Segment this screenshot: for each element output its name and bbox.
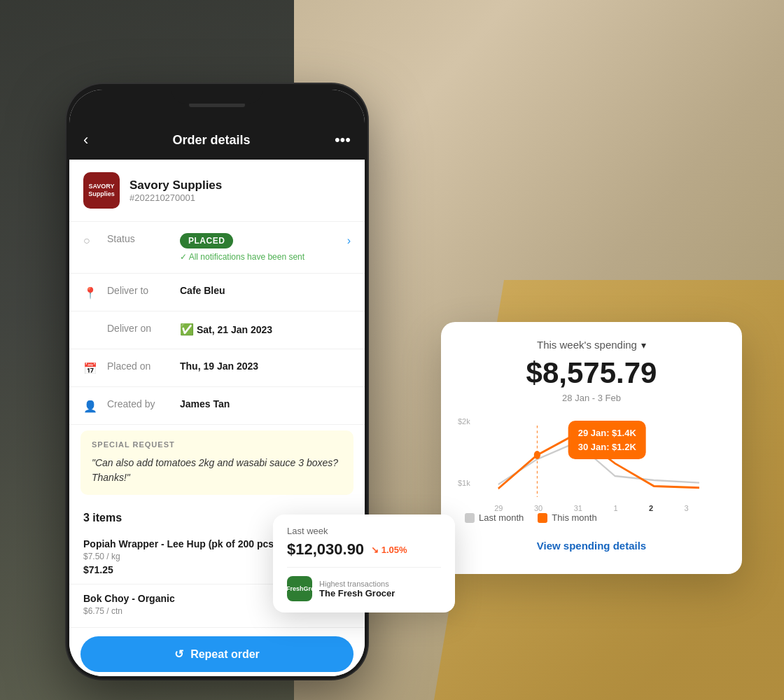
deliver-to-row: 📍 Deliver to Cafe Bleu [69,274,365,312]
status-arrow-icon[interactable]: › [347,234,351,247]
last-week-popup: Last week $12,030.90 ↘ 1.05% The Fresh G… [273,514,455,612]
check-icon: ✅ [180,323,194,335]
supplier-card: SAVORY Supplies Savory Supplies #2022102… [69,160,365,222]
status-value-container: PLACED › ✓ All notifications have been s… [180,233,351,262]
status-icon: ○ [83,234,97,247]
x-label-2: 2 [649,504,653,512]
deliver-to-value: Cafe Bleu [180,285,351,296]
chart-tooltip: 29 Jan: $1.4K 30 Jan: $1.2K [568,421,646,459]
status-label: Status [107,233,170,244]
tooltip-line2: 30 Jan: $1.2K [578,440,636,454]
order-number: #202210270001 [130,192,222,203]
placed-on-row: 📅 Placed on Thu, 19 Jan 2023 [69,349,365,387]
app-header: ‹ Order details ••• [69,120,365,160]
x-label-3: 3 [685,504,689,512]
created-by-row: 👤 Created by James Tan [69,387,365,425]
popup-change: ↘ 1.05% [371,545,407,555]
merchant-logo: The Fresh Grocer [287,576,312,601]
merchant-logo-line2: Fresh [286,585,304,593]
legend-last-month-label: Last month [479,512,524,523]
dropdown-icon[interactable]: ▾ [641,340,646,351]
repeat-order-button[interactable]: ↺ Repeat order [80,636,354,672]
repeat-order-label: Repeat order [190,648,260,661]
created-by-label: Created by [107,398,170,410]
week-label: This week's spending [537,339,637,351]
legend-this-month: This month [538,512,596,523]
chart-legend: Last month This month [458,512,725,523]
x-label-1: 1 [613,504,617,512]
x-label-29: 29 [494,504,503,512]
y-label-bottom: $1k [458,479,470,487]
merchant-logo-line1: The [275,585,286,593]
placed-on-label: Placed on [107,360,170,372]
chart-dot [534,451,540,459]
location-icon: 📍 [83,286,97,300]
popup-separator [287,567,441,568]
deliver-on-row: 📅 Deliver on ✅ Sat, 21 Jan 2023 [69,312,365,349]
merchant-name: The Fresh Grocer [319,588,395,598]
popup-transaction-row: The Fresh Grocer Highest transactions Th… [287,576,441,601]
created-by-value: James Tan [180,398,351,410]
page-title: Order details [173,133,251,148]
x-label-31: 31 [574,504,582,512]
legend-dot-this-month [538,513,547,523]
person-icon: 👤 [83,400,97,413]
spending-date-range: 28 Jan - 3 Feb [458,393,725,403]
popup-amount: $12,030.90 [287,540,364,559]
supplier-logo-line2: Supplies [88,190,115,198]
highest-tx-label: Highest transactions [319,580,395,588]
legend-dot-last-month [465,513,475,523]
supplier-info: Savory Supplies #202210270001 [130,178,222,203]
placed-on-value: Thu, 19 Jan 2023 [180,360,351,372]
calendar2-icon: 📅 [83,362,97,375]
view-spending-details-button[interactable]: View spending details [458,534,725,557]
chart-x-labels: 29 30 31 1 2 3 [458,504,725,512]
spending-amount: $8,575.79 [458,356,725,390]
deliver-on-value: ✅ Sat, 21 Jan 2023 [180,323,351,336]
supplier-logo-line1: SAVORY [88,183,114,190]
spending-chart: 29 Jan: $1.4K 30 Jan: $1.2K $2k $1k [458,417,725,501]
more-options-button[interactable]: ••• [335,131,351,149]
special-request-text: "Can also add tomatoes 2kg and wasabi sa… [92,456,342,485]
tooltip-line1: 29 Jan: $1.4K [578,426,636,440]
deliver-to-label: Deliver to [107,285,170,296]
supplier-name: Savory Supplies [130,178,222,192]
chart-y-labels: $2k $1k [458,417,470,487]
repeat-icon: ↺ [174,648,183,661]
notification-text: ✓ All notifications have been sent [180,252,351,262]
spending-header: This week's spending ▾ [458,339,725,351]
popup-transaction-info: Highest transactions The Fresh Grocer [319,580,395,598]
status-badge: PLACED [180,233,233,248]
legend-last-month: Last month [465,512,524,523]
status-row: ○ Status PLACED › ✓ All notifications ha… [69,222,365,274]
deliver-on-label: Deliver on [107,323,170,334]
special-request-section: SPECIAL REQUEST "Can also add tomatoes 2… [80,430,354,495]
phone-notch [172,84,262,104]
supplier-logo: SAVORY Supplies [83,172,120,209]
special-request-title: SPECIAL REQUEST [92,440,342,449]
back-button[interactable]: ‹ [83,131,88,149]
spending-card: This week's spending ▾ $8,575.79 28 Jan … [441,322,742,574]
popup-amount-row: $12,030.90 ↘ 1.05% [287,540,441,559]
y-label-top: $2k [458,417,470,426]
x-label-30: 30 [534,504,542,512]
popup-label: Last week [287,526,441,536]
legend-this-month-label: This month [552,512,596,523]
